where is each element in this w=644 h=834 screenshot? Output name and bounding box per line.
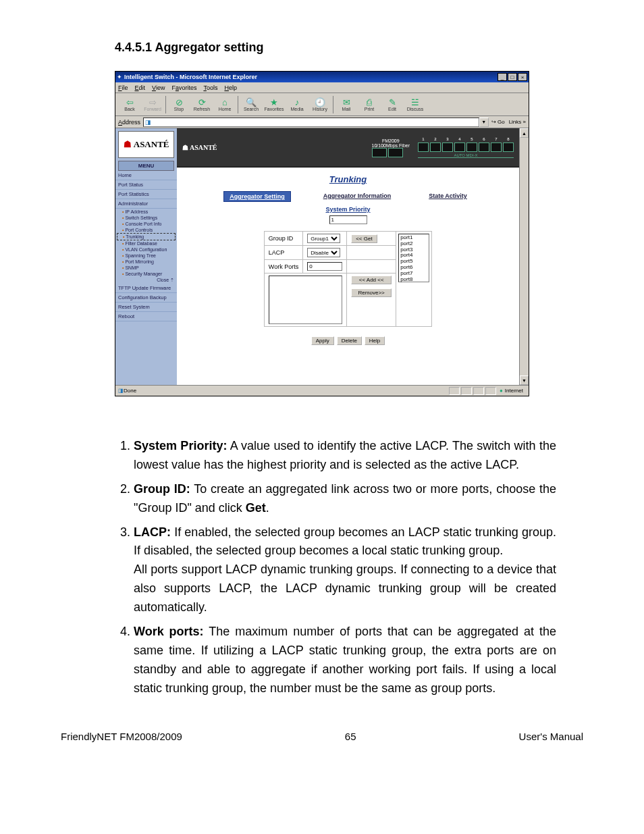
explanation-list: System Priority: A value used to identif…: [61, 437, 583, 698]
group-id-select[interactable]: Group1: [307, 234, 340, 243]
sidebar-sub-security[interactable]: Security Manager: [115, 271, 177, 277]
scroll-up-icon[interactable]: ▲: [520, 128, 529, 138]
toolbar-stop[interactable]: ⊘Stop: [167, 98, 190, 111]
menu-bar: File Edit View Favorites Tools Help: [115, 82, 529, 93]
toolbar-favorites[interactable]: ★Favorites: [263, 98, 286, 111]
minimize-button[interactable]: _: [498, 73, 507, 81]
menu-tools[interactable]: Tools: [203, 84, 217, 91]
sidebar-sub-portcontrols[interactable]: Port Controls: [115, 227, 177, 233]
main-area: ☗ ASANTÉ FM2009 10/100Mbps Fiber 12345: [177, 128, 519, 385]
sidebar-close[interactable]: Close ⇡: [115, 277, 177, 284]
lacp-select[interactable]: Disable: [307, 248, 340, 257]
window-titlebar: ✦ Intelligent Switch - Microsoft Interne…: [115, 72, 529, 82]
toolbar-forward[interactable]: ⇨Forward: [141, 98, 164, 111]
sidebar-item-administrator[interactable]: Administrator: [115, 199, 177, 209]
sidebar: ☗ ASANTÉ MENU Home Port Status Port Stat…: [115, 128, 177, 385]
get-button[interactable]: << Get: [351, 234, 377, 243]
sidebar-sub-mirroring[interactable]: Port Mirroring: [115, 259, 177, 265]
port-jacks: [418, 142, 514, 152]
apply-button[interactable]: Apply: [311, 336, 334, 345]
work-ports-label: Work Ports: [264, 260, 302, 273]
list-item: System Priority: A value used to identif…: [134, 437, 556, 475]
delete-button[interactable]: Delete: [337, 336, 362, 345]
menu-edit[interactable]: Edit: [135, 84, 146, 91]
sidebar-item-reset[interactable]: Reset System: [115, 303, 177, 312]
help-button[interactable]: Help: [365, 336, 385, 345]
sidebar-sub-ip[interactable]: IP Address: [115, 209, 177, 215]
favorites-icon: ★: [270, 98, 278, 107]
menu-help[interactable]: Help: [224, 84, 237, 91]
toolbar-back[interactable]: ⇦Back: [118, 98, 141, 111]
go-button[interactable]: ↪ Go: [491, 119, 505, 125]
port-numbers: 12345678: [418, 137, 514, 141]
toolbar-print[interactable]: ⎙Print: [358, 98, 381, 111]
menu-view[interactable]: View: [152, 84, 165, 91]
banner-portlabel: 10/100Mbps Fiber: [372, 143, 410, 148]
toolbar-edit[interactable]: ✎Edit: [381, 98, 404, 111]
vertical-scrollbar[interactable]: ▲ ▼: [519, 128, 529, 385]
sidebar-sub-filter[interactable]: Filter Database: [115, 240, 177, 246]
footer-center: 65: [345, 731, 356, 742]
trunking-title: Trunking: [190, 174, 506, 184]
sidebar-item-backup[interactable]: Configuration Backup: [115, 293, 177, 303]
address-bar: Address ◨ ▼ ↪ Go Links »: [115, 116, 529, 128]
sidebar-item-reboot[interactable]: Reboot: [115, 312, 177, 321]
address-input[interactable]: ◨: [143, 118, 479, 127]
system-priority-label: System Priority: [325, 206, 370, 213]
menu-favorites[interactable]: Favorites: [171, 84, 196, 91]
address-label: Address: [118, 119, 140, 126]
sidebar-item-port-status[interactable]: Port Status: [115, 180, 177, 190]
sidebar-sub-console[interactable]: Console Port Info: [115, 221, 177, 227]
toolbar-mail[interactable]: ✉Mail: [335, 98, 358, 111]
sidebar-item-port-statistics[interactable]: Port Statistics: [115, 190, 177, 199]
toolbar-discuss[interactable]: ☱Discuss: [404, 98, 427, 111]
toolbar-search[interactable]: 🔍Search: [240, 98, 263, 111]
address-dropdown[interactable]: ▼: [479, 118, 489, 127]
sidebar-sub-snmp[interactable]: SNMP: [115, 265, 177, 271]
content-frame: ☗ ASANTÉ MENU Home Port Status Port Stat…: [115, 128, 529, 385]
toolbar-media[interactable]: ♪Media: [286, 98, 308, 111]
close-button[interactable]: ×: [518, 73, 527, 81]
selected-ports-list[interactable]: [269, 276, 342, 324]
work-ports-input[interactable]: [307, 262, 342, 271]
page-icon: ◨: [118, 388, 124, 394]
toolbar-home[interactable]: ⌂Home: [213, 98, 236, 111]
system-priority-input[interactable]: [329, 215, 367, 224]
edit-icon: ✎: [389, 98, 396, 107]
tab-state-activity[interactable]: State Activity: [423, 191, 473, 202]
tab-aggregator-setting[interactable]: Aggregator Setting: [223, 191, 291, 202]
uplink-slot: [388, 148, 403, 157]
refresh-icon: ⟳: [198, 98, 206, 107]
sidebar-sub-switch[interactable]: Switch Settings: [115, 215, 177, 221]
page-icon: ◨: [145, 119, 151, 126]
sidebar-item-tftp[interactable]: TFTP Update Firmware: [115, 284, 177, 293]
footer-right: User's Manual: [519, 731, 583, 742]
trunking-panel: Trunking Aggregator Setting Aggregator I…: [177, 167, 519, 385]
banner-brand: ☗ ASANTÉ: [182, 144, 217, 151]
forward-icon: ⇨: [149, 98, 157, 107]
remove-button[interactable]: Remove>>: [351, 288, 392, 297]
status-done: Done: [124, 388, 448, 394]
page-footer: FriendlyNET FM2008/2009 65 User's Manual: [0, 704, 644, 742]
group-id-label: Group ID: [264, 232, 302, 246]
toolbar-refresh[interactable]: ⟳Refresh: [190, 98, 213, 111]
back-icon: ⇦: [126, 98, 134, 107]
tab-aggregator-information[interactable]: Aggregator Information: [318, 191, 397, 202]
scroll-down-icon[interactable]: ▼: [520, 375, 529, 385]
add-button[interactable]: << Add <<: [351, 276, 392, 284]
search-icon: 🔍: [246, 98, 257, 107]
toolbar-history[interactable]: 🕘History: [308, 98, 331, 111]
sidebar-sub-spanning[interactable]: Spanning Tree: [115, 253, 177, 259]
uplink-slot: [372, 148, 387, 157]
maximize-button[interactable]: □: [508, 73, 517, 81]
links-button[interactable]: Links »: [509, 119, 526, 125]
sidebar-sub-trunking[interactable]: Trunking: [117, 233, 176, 240]
mail-icon: ✉: [343, 98, 350, 107]
sidebar-sub-vlan[interactable]: VLAN Configuration: [115, 246, 177, 253]
internet-icon: ●: [500, 388, 503, 394]
list-item: Work ports: The maximum number of ports …: [134, 623, 556, 698]
menu-file[interactable]: File: [118, 84, 128, 91]
sidebar-item-home[interactable]: Home: [115, 171, 177, 180]
ie-window: ✦ Intelligent Switch - Microsoft Interne…: [115, 71, 529, 396]
available-ports-list[interactable]: port1port2port3port4port5port6port7port8: [398, 234, 429, 282]
